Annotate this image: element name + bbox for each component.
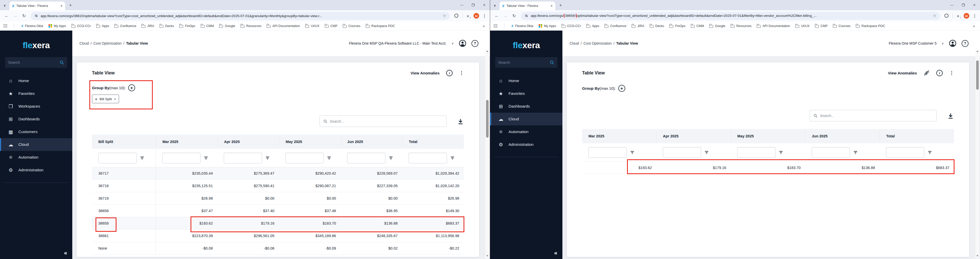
bookmark-folder[interactable]: Resources — [731, 24, 752, 28]
scrollbar-thumb[interactable] — [976, 60, 979, 90]
view-anomalies-link[interactable]: View Anomalies — [888, 71, 917, 75]
sidebar-item-automation[interactable]: ⚛Automation — [490, 125, 562, 138]
bookmark-folder[interactable]: CMM — [691, 24, 704, 28]
table-row[interactable]: 36719 $26.98 $0.00 $0.00 $0.00 $26.98 — [92, 192, 464, 205]
tab-search-chevron-icon[interactable]: ∨ — [3, 4, 8, 10]
extension-orange-icon[interactable]: ω — [474, 13, 479, 19]
scroll-down-icon[interactable] — [977, 255, 978, 257]
bookmark-my-apps[interactable]: My Apps — [49, 24, 66, 28]
column-header[interactable]: Total — [880, 132, 954, 141]
bookmark-folder[interactable]: Google — [219, 24, 235, 28]
sidebar-item-workspaces[interactable]: ❐Workspaces — [0, 100, 72, 113]
breadcrumb-cost-optimization[interactable]: Cost Optimization — [583, 41, 611, 45]
user-avatar-icon[interactable] — [949, 39, 956, 47]
browser-tab[interactable]: X Tabular View - Flexera × — [10, 2, 65, 10]
column-header[interactable]: Jun 2025 — [341, 137, 402, 146]
close-button[interactable]: × — [969, 0, 980, 10]
bookmark-folder[interactable]: UI/UX — [795, 24, 810, 28]
group-by-chip-bill-split[interactable]: + Bill Split × — [92, 95, 119, 103]
sidebar-item-cloud[interactable]: ☁Cloud — [0, 138, 72, 151]
bookmark-flexera-okta[interactable]: XFlexera Okta — [21, 24, 43, 28]
column-header[interactable]: May 2025 — [279, 137, 340, 146]
card-menu-icon[interactable]: ⋮ — [949, 70, 954, 76]
bookmark-folder[interactable]: Decks — [650, 24, 664, 28]
scroll-down-icon[interactable] — [486, 255, 488, 257]
bookmark-folder[interactable]: Google — [709, 24, 725, 28]
tab-close-icon[interactable]: × — [550, 4, 553, 8]
filter-input[interactable] — [812, 147, 850, 158]
bookmarks-overflow-icon[interactable]: » — [483, 24, 486, 28]
browser-menu-icon[interactable]: ⋮ — [972, 14, 977, 18]
card-menu-icon[interactable]: ⋮ — [459, 70, 464, 76]
bookmark-folder[interactable]: Apps — [96, 24, 109, 28]
bookmark-folder[interactable]: JIRA — [632, 24, 644, 28]
sidebar-item-favorites[interactable]: ★Favorites — [490, 87, 562, 100]
bookmark-folder[interactable]: UI/UX — [305, 24, 319, 28]
bookmark-folder[interactable]: CCO-CCr — [72, 24, 91, 28]
bookmark-folder[interactable]: API Documentation — [757, 24, 790, 28]
restore-button[interactable] — [468, 0, 479, 10]
chevron-down-icon[interactable]: ∨ — [452, 42, 453, 45]
sidebar-collapse-icon[interactable]: « — [554, 250, 557, 256]
chevron-down-icon[interactable]: ∨ — [942, 42, 944, 45]
table-row[interactable]: 38658 $37.47 $37.40 $37.48 $36.95 $149.3… — [92, 205, 464, 217]
filter-input[interactable] — [347, 153, 385, 163]
column-header[interactable]: Mar 2025 — [582, 132, 656, 141]
filter-icon[interactable] — [853, 150, 858, 155]
scroll-up-icon[interactable] — [977, 51, 978, 52]
table-search-input[interactable] — [820, 114, 933, 118]
filter-input[interactable] — [285, 153, 324, 163]
sidebar-item-cloud[interactable]: ☁Cloud — [490, 113, 562, 125]
chip-close-icon[interactable]: × — [114, 97, 116, 101]
sidebar-search[interactable] — [495, 57, 557, 68]
apps-grid-icon[interactable] — [494, 24, 497, 28]
filter-input[interactable] — [589, 147, 627, 158]
table-row[interactable]: 36717 $235,035.44 $275,369.47 $290,420.4… — [92, 167, 464, 180]
bookmark-folder[interactable]: Rackspace POC — [366, 24, 395, 28]
table-search-input[interactable] — [330, 119, 442, 123]
table-row[interactable]: 38661 $223,870.39 $296,561.05 $345,189.8… — [92, 230, 464, 242]
info-icon[interactable]: i — [936, 70, 943, 76]
table-row[interactable]: 36718 $235,125.51 $275,590.41 $290,087.2… — [92, 180, 464, 192]
sidebar-item-home[interactable]: ⌂Home — [0, 74, 72, 87]
back-button[interactable]: ← — [3, 13, 11, 18]
browser-tab[interactable]: X Tabular View - Flexera × — [500, 2, 555, 10]
download-icon[interactable] — [457, 118, 464, 125]
column-header[interactable]: Mar 2025 — [156, 137, 217, 146]
filter-icon[interactable] — [140, 156, 144, 160]
bookmark-flexera-okta[interactable]: XFlexera Okta — [511, 24, 533, 28]
bookmarks-overflow-icon[interactable]: » — [973, 24, 977, 28]
bookmark-folder[interactable]: CMP — [815, 24, 828, 28]
back-button[interactable]: ← — [493, 13, 501, 18]
bookmark-folder[interactable]: JIRA — [142, 24, 154, 28]
sidebar-item-administration[interactable]: ⚙Administration — [490, 138, 562, 151]
filter-icon[interactable] — [389, 156, 393, 160]
sidebar-item-automation[interactable]: ⚛Automation — [0, 151, 72, 164]
bookmark-folder[interactable]: Rackspace POC — [856, 24, 885, 28]
address-bar[interactable]: app.flexera.com/orgs/38659/optima/tabula… — [521, 12, 940, 20]
sidebar-search[interactable] — [5, 57, 67, 68]
new-tab-button[interactable]: + — [559, 3, 562, 8]
scroll-up-icon[interactable] — [486, 51, 488, 52]
bookmark-folder[interactable]: Courses — [833, 24, 851, 28]
extensions-puzzle-icon[interactable] — [944, 13, 949, 18]
sidebar-item-favorites[interactable]: ★Favorites — [0, 87, 72, 100]
bookmark-folder[interactable]: Confluence — [605, 24, 626, 28]
column-header[interactable]: May 2025 — [731, 132, 805, 141]
sidebar-search-input[interactable] — [8, 60, 59, 65]
table-row-totals[interactable]: $183.62 $179.16 $183.70 $136.88 $683.37 — [582, 162, 954, 174]
apps-grid-icon[interactable] — [3, 24, 7, 28]
filter-input[interactable] — [886, 147, 924, 158]
bookmark-star-icon[interactable]: ☆ — [933, 14, 936, 18]
sidebar-item-dashboards[interactable]: ⊞Dashboards — [490, 100, 562, 113]
breadcrumb-cloud[interactable]: Cloud — [570, 41, 579, 45]
help-icon[interactable]: ? — [962, 40, 969, 47]
bookmark-folder[interactable]: Decks — [160, 24, 174, 28]
bookmark-folder[interactable]: API Documentation — [267, 24, 300, 28]
drag-handle-icon[interactable]: + — [95, 97, 97, 101]
close-button[interactable]: × — [479, 0, 490, 10]
table-search[interactable] — [320, 115, 447, 127]
extension-list-icon[interactable]: ≡♪ — [955, 14, 961, 18]
bookmark-star-icon[interactable]: ☆ — [443, 14, 446, 18]
bookmark-folder[interactable]: FinOps — [670, 24, 685, 28]
